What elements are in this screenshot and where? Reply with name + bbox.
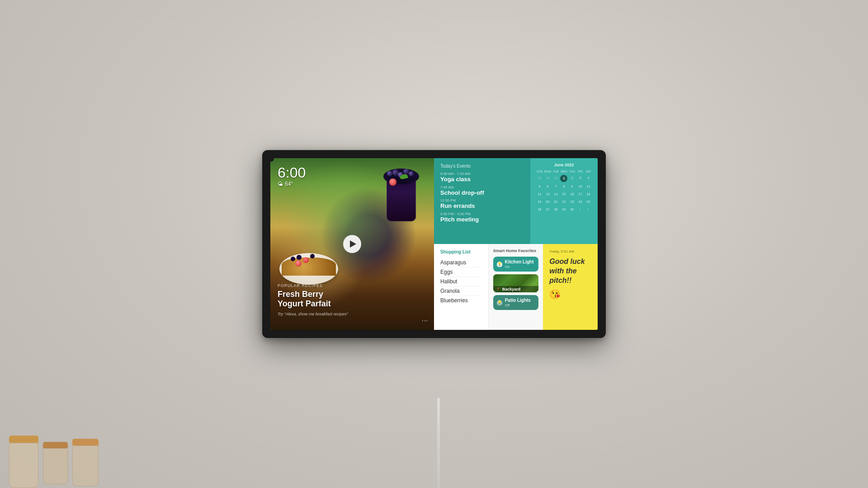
cal-31[interactable]: 31	[552, 174, 560, 183]
cal-15[interactable]: 15	[560, 191, 568, 198]
cal-22[interactable]: 22	[560, 198, 568, 206]
smarthome-panel: Smart Home Favorites 💡 Kitchen Light On	[489, 244, 543, 330]
patio-lights-name: Patio Lights	[505, 298, 535, 303]
cal-16[interactable]: 16	[568, 191, 576, 198]
cal-14[interactable]: 14	[552, 191, 560, 198]
cal-6[interactable]: 6	[544, 183, 552, 190]
cal-26[interactable]: 26	[536, 206, 543, 213]
event-item-pitch[interactable]: 3:30 PM - 4:30 PM Pitch meeting	[440, 212, 524, 223]
device-patio-lights[interactable]: 💡 Patio Lights Off	[493, 295, 539, 310]
patio-lights-status: Off	[505, 303, 535, 307]
cal-11[interactable]: 11	[585, 183, 592, 190]
food-title: Fresh BerryYogurt Parfait	[278, 290, 427, 309]
cal-28[interactable]: 28	[552, 206, 560, 213]
kitchen-light-name: Kitchen Light	[505, 259, 535, 265]
cal-today[interactable]: 1	[560, 174, 568, 183]
cal-20[interactable]: 20	[544, 198, 552, 206]
cal-4[interactable]: 4	[585, 174, 592, 183]
shopping-title: Shopping List	[440, 249, 482, 254]
events-title: Today's Events	[440, 164, 524, 169]
kitchen-light-info: Kitchen Light On	[505, 259, 535, 269]
cal-5[interactable]: 5	[536, 183, 543, 190]
cal-7[interactable]: 7	[552, 183, 560, 190]
shopping-asparagus[interactable]: Asparagus	[440, 258, 482, 267]
jar-1	[9, 436, 38, 488]
kitchen-decoration	[0, 398, 226, 488]
cal-23[interactable]: 23	[568, 198, 576, 206]
play-icon	[350, 240, 356, 248]
patio-lights-info: Patio Lights Off	[505, 298, 535, 307]
cal-24[interactable]: 24	[576, 198, 584, 206]
play-button[interactable]	[343, 235, 361, 253]
event-name-school: School drop-off	[440, 189, 524, 197]
calendar-title: June 2022	[536, 163, 592, 167]
calendar-grid: 29 30 31 1 2 3 4 5 6 7 8 9	[536, 174, 592, 213]
cal-30[interactable]: 30	[544, 174, 552, 183]
event-time-pitch: 3:30 PM - 4:30 PM	[440, 212, 524, 216]
alexa-indicator	[268, 155, 274, 162]
event-time-errands: 12:30 PM	[440, 199, 524, 202]
clock: 6:00	[278, 165, 306, 180]
cal-21[interactable]: 21	[552, 198, 560, 206]
temperature: 64°	[285, 181, 293, 187]
backyard-label: Backyard	[502, 287, 521, 291]
device-backyard[interactable]: 📍 Backyard	[493, 274, 539, 292]
shopping-blueberries[interactable]: Blueberries	[440, 296, 482, 305]
cal-17[interactable]: 17	[576, 191, 584, 198]
day-fri: FRI	[576, 170, 584, 173]
device-kitchen-light[interactable]: 💡 Kitchen Light On	[493, 257, 539, 272]
note-emoji: 😘	[549, 289, 591, 300]
jar-2	[43, 442, 68, 484]
food-panel[interactable]: 6:00 🌤 64° Popular Recipes Fresh BerryYo…	[270, 158, 434, 330]
shopping-granola[interactable]: Granola	[440, 286, 482, 296]
note-content: Good luckwith thepitch!!	[549, 257, 591, 285]
cal-10[interactable]: 10	[576, 183, 584, 190]
cal-9[interactable]: 9	[568, 183, 576, 190]
kitchen-light-status: On	[505, 265, 535, 269]
cal-2[interactable]: 2	[568, 174, 576, 183]
cal-12[interactable]: 12	[536, 191, 543, 198]
cal-3[interactable]: 3	[576, 174, 584, 183]
shopping-list-panel: Shopping List Asparagus Eggs Halibut Gra…	[434, 244, 489, 330]
event-item-school[interactable]: 7:45 AM School drop-off	[440, 186, 524, 197]
events-panel: Today's Events 6:30 AM - 7:15 AM Yoga cl…	[434, 158, 530, 244]
cal-2next[interactable]: 2	[585, 206, 592, 213]
cal-30b[interactable]: 30	[568, 206, 576, 213]
shopping-eggs[interactable]: Eggs	[440, 267, 482, 277]
patio-bulb-icon: 💡	[497, 300, 502, 305]
calendar-panel: June 2022 SUN MON TUE WED THU FRI SAT 29…	[530, 158, 598, 244]
day-thu: THU	[568, 170, 576, 173]
event-item-errands[interactable]: 12:30 PM Run errands	[440, 199, 524, 210]
cal-13[interactable]: 13	[544, 191, 552, 198]
popular-label: Popular Recipes	[278, 283, 427, 288]
backyard-image: 📍 Backyard	[493, 274, 539, 292]
event-name-yoga: Yoga class	[440, 176, 524, 183]
event-item-yoga[interactable]: 6:30 AM - 7:15 AM Yoga class	[440, 172, 524, 183]
food-info: Popular Recipes Fresh BerryYogurt Parfai…	[278, 283, 427, 316]
echo-show-device: 6:00 🌤 64° Popular Recipes Fresh BerryYo…	[262, 150, 606, 338]
weather-icon: 🌤	[278, 181, 283, 187]
cal-29b[interactable]: 29	[560, 206, 568, 213]
bulb-icon: 💡	[497, 262, 502, 267]
right-bottom-panel: Shopping List Asparagus Eggs Halibut Gra…	[434, 244, 598, 330]
cal-18[interactable]: 18	[585, 191, 592, 198]
day-sat: SAT	[585, 170, 592, 173]
event-time-yoga: 6:30 AM - 7:15 AM	[440, 172, 524, 176]
jar-3	[72, 439, 99, 486]
smarthome-title: Smart Home Favorites	[493, 249, 539, 253]
cal-27[interactable]: 27	[544, 206, 552, 213]
cal-1next[interactable]: 1	[576, 206, 584, 213]
day-wed: WED	[560, 170, 568, 173]
note-timestamp: Today, 5:51 AM	[549, 249, 591, 253]
cal-25[interactable]: 25	[585, 198, 592, 206]
cal-19[interactable]: 19	[536, 198, 543, 206]
shopping-halibut[interactable]: Halibut	[440, 277, 482, 286]
weather: 🌤 64°	[278, 181, 306, 187]
more-options-button[interactable]: ⋮	[421, 318, 429, 324]
cal-29[interactable]: 29	[536, 174, 543, 183]
time-overlay: 6:00 🌤 64°	[278, 165, 306, 187]
event-name-errands: Run errands	[440, 202, 524, 210]
event-time-school: 7:45 AM	[440, 186, 524, 189]
power-cable	[437, 398, 440, 488]
cal-8[interactable]: 8	[560, 183, 568, 190]
